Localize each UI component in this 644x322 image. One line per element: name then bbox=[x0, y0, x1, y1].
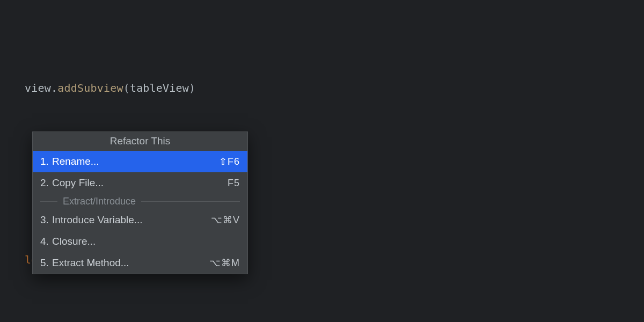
menu-item-index: 3. bbox=[40, 214, 52, 226]
code-line: view.addSubview(tableView) bbox=[25, 77, 644, 99]
menu-item-index: 2. bbox=[40, 177, 52, 189]
refactor-popup: Refactor This 1.Rename... ⇧F6 2.Copy Fil… bbox=[32, 131, 248, 274]
menu-item-label: Rename... bbox=[52, 156, 99, 167]
menu-item-label: Copy File... bbox=[52, 177, 104, 189]
menu-item-shortcut: ⇧F6 bbox=[219, 156, 240, 167]
menu-item-label: Closure... bbox=[52, 236, 96, 247]
menu-item-closure[interactable]: 4.Closure... bbox=[33, 231, 247, 252]
token-call: addSubview bbox=[57, 77, 123, 99]
menu-item-shortcut: ⌥⌘M bbox=[209, 257, 240, 269]
menu-item-index: 5. bbox=[40, 257, 52, 269]
menu-item-shortcut: ⌥⌘V bbox=[211, 214, 240, 226]
menu-item-index: 4. bbox=[40, 236, 52, 247]
menu-item-index: 1. bbox=[40, 156, 52, 167]
token-punct: ) bbox=[189, 77, 195, 99]
menu-item-copy-file[interactable]: 2.Copy File... F5 bbox=[33, 172, 247, 194]
token-punct: . bbox=[51, 77, 57, 99]
menu-item-extract-method[interactable]: 5.Extract Method... ⌥⌘M bbox=[33, 252, 247, 274]
menu-item-introduce-variable[interactable]: 3.Introduce Variable... ⌥⌘V bbox=[33, 209, 247, 231]
token-punct: ( bbox=[123, 77, 130, 99]
menu-item-label: Introduce Variable... bbox=[52, 214, 143, 226]
popup-title: Refactor This bbox=[33, 132, 247, 151]
menu-section-label: Extract/Introduce bbox=[63, 196, 136, 207]
menu-item-label: Extract Method... bbox=[52, 257, 129, 269]
menu-item-shortcut: F5 bbox=[228, 178, 240, 189]
token-ident: tableView bbox=[130, 77, 189, 99]
token-ident: view bbox=[25, 77, 51, 99]
menu-section-header: Extract/Introduce bbox=[33, 194, 247, 209]
menu-item-rename[interactable]: 1.Rename... ⇧F6 bbox=[33, 151, 247, 172]
